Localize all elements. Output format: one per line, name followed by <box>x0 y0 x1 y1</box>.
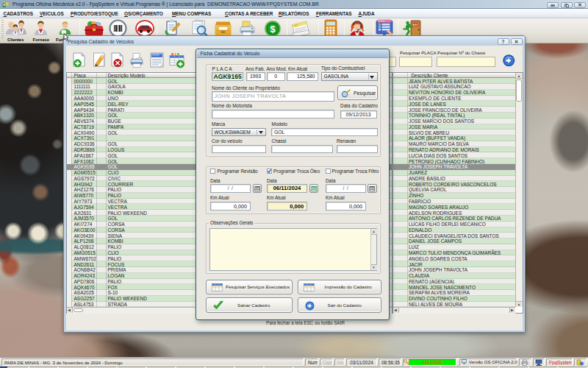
svg-text:$: $ <box>270 24 276 35</box>
svg-text:EXIT: EXIT <box>413 24 419 26</box>
